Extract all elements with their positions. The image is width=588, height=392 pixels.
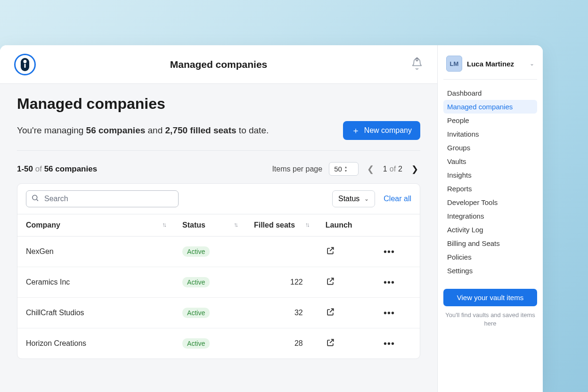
nav-item-invitations[interactable]: Invitations <box>443 127 537 141</box>
launch-cell <box>317 328 375 359</box>
status-filter-label: Status <box>338 195 359 203</box>
launch-button[interactable] <box>326 307 335 317</box>
status-badge: Active <box>182 308 210 318</box>
plus-icon: ＋ <box>351 126 360 135</box>
page-size-select[interactable]: 50 ▴▾ <box>329 162 359 176</box>
total-pages: 2 <box>398 165 402 173</box>
keyhole-icon <box>21 58 29 71</box>
summary-filled-seats: 2,750 filled seats <box>165 125 237 135</box>
row-menu-button[interactable]: ••• <box>384 308 395 318</box>
col-status-label: Status <box>182 221 205 229</box>
pager-of: of <box>33 164 44 173</box>
actions-cell: ••• <box>375 298 420 328</box>
row-menu-button[interactable]: ••• <box>384 246 395 257</box>
launch-cell <box>317 298 375 328</box>
company-cell: Ceramics Inc <box>17 267 174 298</box>
top-bar-title: Managed companies <box>170 59 268 70</box>
nav-item-groups[interactable]: Groups <box>443 141 537 155</box>
seats-cell: 28 <box>245 328 317 359</box>
nav-item-activity-log[interactable]: Activity Log <box>443 223 537 237</box>
svg-point-0 <box>33 195 37 200</box>
table-card: Status ⌄ Clear all Company ↑↓ S <box>17 183 420 359</box>
table-row: NexGenActive••• <box>17 237 420 267</box>
nav-item-developer-tools[interactable]: Developer Tools <box>443 196 537 209</box>
main-section: Managed companies 0 Managed companies Yo… <box>0 45 437 392</box>
new-company-label: New company <box>364 126 412 135</box>
nav-item-vaults[interactable]: Vaults <box>443 155 537 168</box>
launch-button[interactable] <box>326 277 335 286</box>
current-page: 1 <box>383 165 387 173</box>
prev-page-button[interactable]: ❮ <box>365 163 376 175</box>
username: Luca Martinez <box>467 60 525 68</box>
nav-item-people[interactable]: People <box>443 114 537 127</box>
summary-text: You're managing 56 companies and 2,750 f… <box>17 125 269 136</box>
table-row: Ceramics IncActive122••• <box>17 267 420 298</box>
pager-count: 1-50 of 56 companies <box>17 164 97 174</box>
col-company-label: Company <box>26 221 60 229</box>
sort-icon: ↑↓ <box>234 221 237 228</box>
notifications-button[interactable]: 0 <box>411 57 423 72</box>
nav-item-insights[interactable]: Insights <box>443 168 537 182</box>
col-company[interactable]: Company ↑↓ <box>17 214 174 237</box>
nav-item-billing-and-seats[interactable]: Billing and Seats <box>443 237 537 250</box>
stepper-icon: ▴▾ <box>345 165 347 173</box>
summary-suffix: to date. <box>237 125 269 135</box>
view-vault-button[interactable]: View your vault items <box>443 289 537 306</box>
avatar: LM <box>446 56 462 72</box>
app-window: Managed companies 0 Managed companies Yo… <box>0 45 543 392</box>
pager-row: 1-50 of 56 companies Items per page 50 ▴… <box>17 162 420 176</box>
status-cell: Active <box>174 267 245 298</box>
company-cell: Horizon Creations <box>17 328 174 359</box>
launch-button[interactable] <box>326 246 335 255</box>
page-indicator: 1 of 2 <box>383 165 402 173</box>
summary-mid: and <box>145 125 165 135</box>
status-filter[interactable]: Status ⌄ <box>332 190 375 207</box>
seats-cell: 32 <box>245 298 317 328</box>
col-actions <box>375 214 420 237</box>
launch-cell <box>317 267 375 298</box>
actions-cell: ••• <box>375 328 420 359</box>
summary-company-count: 56 companies <box>86 125 146 135</box>
page-size-value: 50 <box>334 165 342 173</box>
next-page-button[interactable]: ❯ <box>409 163 420 175</box>
nav-item-settings[interactable]: Settings <box>443 264 537 278</box>
pager-controls: Items per page 50 ▴▾ ❮ 1 of 2 ❯ <box>272 162 420 176</box>
nav-item-policies[interactable]: Policies <box>443 250 537 264</box>
search-input[interactable] <box>26 190 179 207</box>
nav-item-reports[interactable]: Reports <box>443 182 537 196</box>
status-cell: Active <box>174 298 245 328</box>
launch-button[interactable] <box>326 338 335 347</box>
filter-bar: Status ⌄ Clear all <box>17 184 420 214</box>
sidebar: LM Luca Martinez ⌄ DashboardManaged comp… <box>437 45 543 392</box>
nav-list: DashboardManaged companiesPeopleInvitati… <box>443 86 537 278</box>
nav-item-integrations[interactable]: Integrations <box>443 209 537 223</box>
seats-cell: 122 <box>245 267 317 298</box>
status-badge: Active <box>182 277 210 287</box>
search-wrap <box>26 190 179 207</box>
content-area: Managed companies You're managing 56 com… <box>0 84 437 392</box>
nav-item-dashboard[interactable]: Dashboard <box>443 86 537 100</box>
pager-total: 56 companies <box>44 164 97 173</box>
user-menu[interactable]: LM Luca Martinez ⌄ <box>443 54 537 80</box>
chevron-down-icon: ⌄ <box>530 60 534 67</box>
clear-all-button[interactable]: Clear all <box>384 195 411 203</box>
col-filled-seats[interactable]: Filled seats ↑↓ <box>245 214 317 237</box>
summary-prefix: You're managing <box>17 125 86 135</box>
new-company-button[interactable]: ＋ New company <box>343 121 420 140</box>
app-logo[interactable] <box>14 54 36 75</box>
chevron-down-icon: ⌄ <box>364 196 369 202</box>
top-bar: Managed companies 0 <box>0 45 437 84</box>
company-cell: NexGen <box>17 237 174 267</box>
table-row: Horizon CreationsActive28••• <box>17 328 420 359</box>
company-cell: ChillCraft Studios <box>17 298 174 328</box>
col-launch-label: Launch <box>326 221 352 229</box>
status-cell: Active <box>174 328 245 359</box>
row-menu-button[interactable]: ••• <box>384 338 395 349</box>
nav-item-managed-companies[interactable]: Managed companies <box>443 100 537 114</box>
row-menu-button[interactable]: ••• <box>384 277 395 287</box>
col-launch: Launch <box>317 214 375 237</box>
col-status[interactable]: Status ↑↓ <box>174 214 245 237</box>
launch-cell <box>317 237 375 267</box>
actions-cell: ••• <box>375 267 420 298</box>
notification-count: 0 <box>416 57 418 62</box>
